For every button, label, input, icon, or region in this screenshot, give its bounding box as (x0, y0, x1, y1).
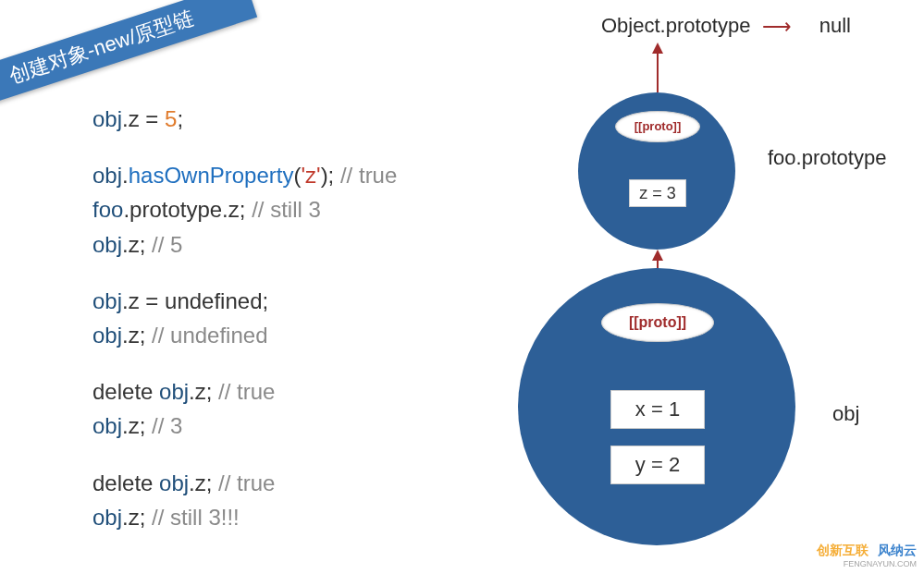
tok: obj (92, 505, 122, 530)
code-line: obj.z = undefined; (92, 284, 397, 318)
code-line: obj.z; // 5 (92, 227, 397, 262)
code-block: obj.z = 5; obj.hasOwnProperty('z'); // t… (92, 102, 397, 534)
code-line: delete obj.z; // true (92, 374, 397, 409)
arrow-up-icon (657, 44, 659, 92)
tok: hasOwnProperty (129, 163, 294, 188)
tok: // 3 (152, 413, 182, 438)
tok: .z; (122, 232, 152, 257)
proto-slot: [[proto]] (601, 303, 714, 342)
watermark: 创新互联 风纳云 FENGNAYUN.COM (817, 543, 917, 568)
watermark-text-1: 创新互联 (817, 543, 869, 557)
tok: delete (92, 470, 159, 495)
tok: obj (159, 379, 189, 404)
tok: // true (218, 379, 275, 404)
tok: obj (92, 232, 122, 257)
tok: foo (92, 197, 123, 222)
title-ribbon: 创建对象-new/原型链 (0, 0, 257, 115)
code-line: obj.z; // undefined (92, 318, 397, 352)
tok: // undefined (152, 323, 267, 348)
tok: 5 (165, 106, 177, 131)
top-chain-labels: Object.prototype ⟶ null (601, 14, 851, 39)
tok: // true (218, 470, 275, 495)
code-line: obj.z; // 3 (92, 409, 397, 443)
tok: .prototype.z; (123, 197, 252, 222)
tok: .z; (189, 379, 218, 404)
obj-object: [[proto]] x = 1 y = 2 (518, 268, 795, 545)
tok: // 5 (152, 232, 182, 257)
code-line: delete obj.z; // true (92, 466, 397, 500)
property-x: x = 1 (610, 390, 705, 429)
tok: 'z' (301, 163, 320, 188)
tok: ); (321, 163, 340, 188)
foo-prototype-label: foo.prototype (768, 146, 886, 170)
tok: obj (92, 163, 122, 188)
watermark-url: FENGNAYUN.COM (817, 559, 917, 568)
tok: obj (159, 470, 189, 495)
property-z: z = 3 (629, 179, 686, 207)
tok: .z = undefined; (122, 288, 268, 313)
tok: .z; (122, 413, 152, 438)
property-y: y = 2 (610, 446, 705, 484)
code-line: obj.z = 5; (92, 102, 397, 136)
tok: obj (92, 288, 122, 313)
watermark-text-2: 风纳云 (878, 543, 917, 557)
arrow-right-icon: ⟶ (762, 15, 792, 39)
proto-slot: [[proto]] (615, 111, 700, 142)
tok: obj (92, 413, 122, 438)
null-label: null (819, 14, 851, 37)
code-line: obj.hasOwnProperty('z'); // true (92, 158, 397, 192)
object-prototype-label: Object.prototype (601, 14, 750, 37)
foo-prototype-object: [[proto]] z = 3 (578, 92, 735, 250)
obj-label: obj (832, 402, 859, 426)
tok: obj (92, 323, 122, 348)
tok: // true (340, 163, 397, 188)
prototype-chain-diagram: Object.prototype ⟶ null [[proto]] z = 3 … (499, 0, 924, 574)
tok: .z; (122, 505, 152, 530)
tok: . (122, 163, 129, 188)
tok: obj (92, 106, 122, 131)
tok: delete (92, 379, 159, 404)
tok: // still 3 (252, 197, 321, 222)
tok: .z; (122, 323, 152, 348)
tok: // still 3!!! (152, 505, 240, 530)
tok: .z = (122, 106, 165, 131)
code-line: obj.z; // still 3!!! (92, 500, 397, 534)
tok: ; (177, 106, 183, 131)
code-line: foo.prototype.z; // still 3 (92, 192, 397, 226)
tok: .z; (189, 470, 218, 495)
